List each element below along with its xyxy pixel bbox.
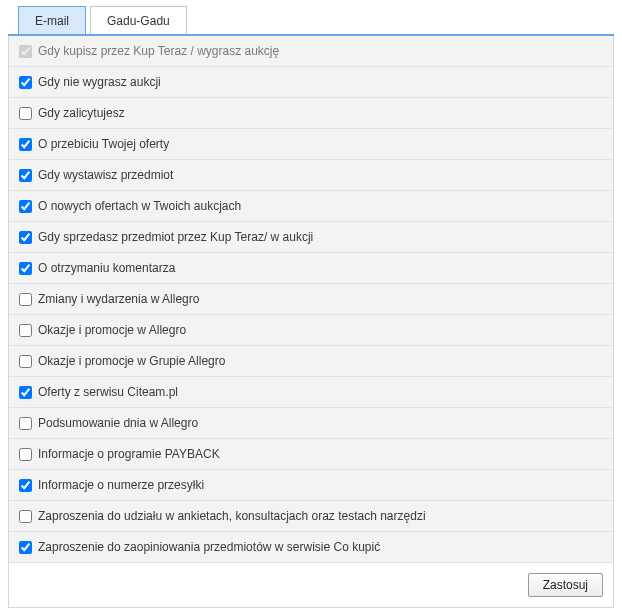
option-checkbox[interactable] xyxy=(19,324,32,337)
option-checkbox[interactable] xyxy=(19,169,32,182)
option-label[interactable]: Gdy zalicytujesz xyxy=(38,106,125,120)
option-row: Gdy kupisz przez Kup Teraz / wygrasz auk… xyxy=(9,36,613,67)
options-list: Gdy kupisz przez Kup Teraz / wygrasz auk… xyxy=(9,36,613,563)
option-checkbox[interactable] xyxy=(19,479,32,492)
tab-email[interactable]: E-mail xyxy=(18,6,86,34)
option-row: Zaproszenia do udziału w ankietach, kons… xyxy=(9,501,613,532)
option-checkbox xyxy=(19,45,32,58)
option-row: O nowych ofertach w Twoich aukcjach xyxy=(9,191,613,222)
option-label[interactable]: Informacje o numerze przesyłki xyxy=(38,478,204,492)
option-checkbox[interactable] xyxy=(19,138,32,151)
option-label[interactable]: Gdy sprzedasz przedmiot przez Kup Teraz/… xyxy=(38,230,313,244)
option-checkbox[interactable] xyxy=(19,200,32,213)
option-row: O przebiciu Twojej oferty xyxy=(9,129,613,160)
option-label[interactable]: O nowych ofertach w Twoich aukcjach xyxy=(38,199,241,213)
option-checkbox[interactable] xyxy=(19,355,32,368)
options-panel: Gdy kupisz przez Kup Teraz / wygrasz auk… xyxy=(8,36,614,608)
option-row: Podsumowanie dnia w Allegro xyxy=(9,408,613,439)
tab-label: Gadu-Gadu xyxy=(107,14,170,28)
option-label[interactable]: O otrzymaniu komentarza xyxy=(38,261,175,275)
option-label[interactable]: Podsumowanie dnia w Allegro xyxy=(38,416,198,430)
option-label[interactable]: Zmiany i wydarzenia w Allegro xyxy=(38,292,199,306)
option-row: Gdy wystawisz przedmiot xyxy=(9,160,613,191)
option-row: Gdy nie wygrasz aukcji xyxy=(9,67,613,98)
option-checkbox[interactable] xyxy=(19,231,32,244)
option-row: O otrzymaniu komentarza xyxy=(9,253,613,284)
option-label[interactable]: O przebiciu Twojej oferty xyxy=(38,137,169,151)
option-checkbox[interactable] xyxy=(19,510,32,523)
option-label[interactable]: Gdy nie wygrasz aukcji xyxy=(38,75,161,89)
option-row: Informacje o programie PAYBACK xyxy=(9,439,613,470)
option-label[interactable]: Zaproszenie do zaopiniowania przedmiotów… xyxy=(38,540,380,554)
footer: Zastosuj xyxy=(9,563,613,607)
option-label[interactable]: Informacje o programie PAYBACK xyxy=(38,447,220,461)
option-label[interactable]: Zaproszenia do udziału w ankietach, kons… xyxy=(38,509,426,523)
option-row: Informacje o numerze przesyłki xyxy=(9,470,613,501)
tab-label: E-mail xyxy=(35,14,69,28)
option-label[interactable]: Okazje i promocje w Allegro xyxy=(38,323,186,337)
tab-gadugadu[interactable]: Gadu-Gadu xyxy=(90,6,187,34)
tabs-bar: E-mail Gadu-Gadu xyxy=(8,6,614,36)
option-row: Gdy zalicytujesz xyxy=(9,98,613,129)
option-row: Gdy sprzedasz przedmiot przez Kup Teraz/… xyxy=(9,222,613,253)
option-label[interactable]: Gdy kupisz przez Kup Teraz / wygrasz auk… xyxy=(38,44,279,58)
option-checkbox[interactable] xyxy=(19,541,32,554)
option-label[interactable]: Gdy wystawisz przedmiot xyxy=(38,168,173,182)
option-row: Okazje i promocje w Grupie Allegro xyxy=(9,346,613,377)
option-checkbox[interactable] xyxy=(19,417,32,430)
apply-button[interactable]: Zastosuj xyxy=(528,573,603,597)
option-label[interactable]: Oferty z serwisu Citeam.pl xyxy=(38,385,178,399)
option-checkbox[interactable] xyxy=(19,107,32,120)
option-row: Zmiany i wydarzenia w Allegro xyxy=(9,284,613,315)
option-checkbox[interactable] xyxy=(19,262,32,275)
option-row: Okazje i promocje w Allegro xyxy=(9,315,613,346)
option-row: Oferty z serwisu Citeam.pl xyxy=(9,377,613,408)
option-checkbox[interactable] xyxy=(19,448,32,461)
option-checkbox[interactable] xyxy=(19,293,32,306)
option-label[interactable]: Okazje i promocje w Grupie Allegro xyxy=(38,354,225,368)
option-checkbox[interactable] xyxy=(19,386,32,399)
option-row: Zaproszenie do zaopiniowania przedmiotów… xyxy=(9,532,613,563)
option-checkbox[interactable] xyxy=(19,76,32,89)
